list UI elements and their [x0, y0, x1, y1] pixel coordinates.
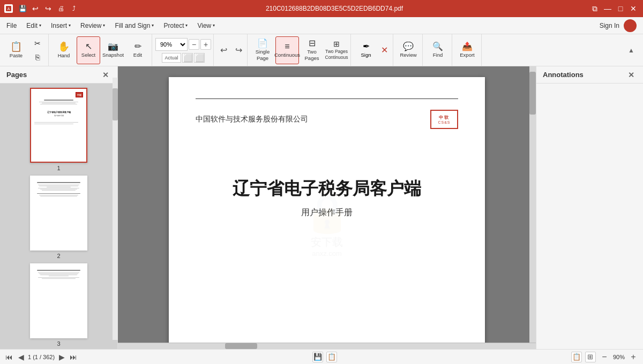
continuous-icon: ≡ — [285, 42, 289, 51]
protect-chevron: ▾ — [185, 23, 188, 28]
sign-in-button[interactable]: Sign In — [600, 22, 619, 29]
zoom-in-btn[interactable]: + — [628, 352, 639, 362]
toolbar-collapse-area: ▲ — [626, 45, 641, 56]
page-thumb-3[interactable]: 3 — [30, 263, 87, 347]
close-btn[interactable]: ✕ — [628, 3, 639, 14]
first-page-btn[interactable]: ⏮ — [4, 352, 14, 362]
properties-btn[interactable]: 📋 — [571, 352, 582, 362]
review-button[interactable]: 💬 Review — [397, 36, 420, 64]
toolbar-collapse-button[interactable]: ▲ — [626, 45, 637, 56]
undo-button[interactable]: ↩ — [216, 43, 231, 58]
sign-label: Sign — [361, 52, 371, 58]
view-group: 📄 SinglePage ≡ Continuous ⊟ TwoPages ⊞ T… — [249, 34, 351, 66]
watermark: 🔒 安下载 anxz.com — [304, 191, 350, 257]
window-controls-right: ⧉ — □ ✕ — [589, 3, 639, 14]
pages-panel-title: Pages — [6, 71, 27, 79]
share-btn[interactable]: ⤴ — [69, 3, 79, 14]
sign-clear-button[interactable]: ✕ — [378, 36, 391, 64]
bottom-bar: ⏮ ◀ 1 (1 / 362) ▶ ⏭ 💾 📋 📋 ⊞ − 90% + — [0, 349, 643, 364]
page-thumb-1[interactable]: 中软 辽宁省电子税务局客户端 用户操作手册 — [30, 88, 87, 171]
pages-list: 中软 辽宁省电子税务局客户端 用户操作手册 — [0, 84, 117, 349]
zoom-group: 90% 50% 75% 100% 125% 150% 200% − + Actu… — [153, 34, 214, 66]
menu-view[interactable]: View ▾ — [193, 20, 219, 32]
menu-edit[interactable]: Edit ▾ — [22, 20, 46, 32]
snapshot-button[interactable]: 📷 Snapshot — [101, 36, 125, 64]
two-pages-cont-button[interactable]: ⊞ Two PagesContinuous — [325, 36, 348, 64]
actual-size-button[interactable]: Actual — [162, 53, 181, 63]
pdf-logo-bottom: CS&S — [438, 120, 450, 124]
edit-button[interactable]: ✏ Edit — [126, 36, 149, 64]
save-btn[interactable]: 💾 — [17, 3, 28, 14]
minimize-btn[interactable]: — — [602, 3, 613, 14]
next-page-btn[interactable]: ▶ — [57, 352, 66, 362]
zoom-select[interactable]: 90% 50% 75% 100% 125% 150% 200% — [155, 38, 188, 51]
pages-panel-header: Pages ✕ — [0, 66, 117, 84]
zoom-input-row: 90% 50% 75% 100% 125% 150% 200% − + — [155, 38, 211, 51]
svg-text:A: A — [8, 7, 10, 11]
menu-protect[interactable]: Protect ▾ — [159, 20, 192, 32]
pdf-company-name: 中国软件与技术服务股份有限公司 — [196, 115, 308, 124]
pdf-v-scrollbar-thumb — [529, 72, 536, 115]
continuous-button[interactable]: ≡ Continuous — [275, 36, 299, 64]
export-button[interactable]: 📤 Export — [455, 36, 479, 64]
pdf-logo-top: 中软 — [439, 115, 450, 120]
undo-title-btn[interactable]: ↩ — [30, 3, 41, 14]
pdf-h-scrollbar-thumb — [225, 343, 257, 349]
annotations-panel-close[interactable]: ✕ — [626, 70, 637, 80]
fit-page-right-btn[interactable]: ⬜ — [194, 53, 205, 63]
annotations-panel-header: Annotations ✕ — [536, 66, 643, 84]
last-page-btn[interactable]: ⏭ — [69, 352, 78, 362]
fit-page-left-btn[interactable]: ⬜ — [182, 53, 193, 63]
hand-icon: ✋ — [58, 42, 70, 51]
export-group: 📤 Export — [453, 34, 482, 66]
paste-button[interactable]: 📋 Paste — [4, 36, 28, 64]
watermark-url: anxz.com — [312, 249, 342, 257]
export-label: Export — [460, 52, 474, 58]
prev-page-btn[interactable]: ◀ — [16, 352, 26, 362]
layout-btn[interactable]: ⊞ — [585, 352, 596, 362]
menu-bar: File Edit ▾ Insert ▾ Review ▾ Fill and S… — [0, 17, 643, 34]
continuous-label: Continuous — [274, 52, 300, 58]
hand-label: Hand — [58, 52, 70, 58]
redo-title-btn[interactable]: ↪ — [43, 3, 54, 14]
menu-insert[interactable]: Insert ▾ — [47, 20, 75, 32]
copy-icon: ⎘ — [35, 53, 40, 62]
page-number-3: 3 — [57, 340, 60, 347]
cut-button[interactable]: ✂ — [29, 37, 46, 50]
page-info: 1 (1 / 362) — [28, 354, 55, 360]
pdf-v-scrollbar[interactable] — [529, 66, 536, 343]
zoom-out-toolbar[interactable]: − — [189, 39, 199, 50]
pages-panel-close[interactable]: ✕ — [100, 70, 111, 80]
restore-btn[interactable]: ⧉ — [589, 3, 600, 14]
select-icon: ↖ — [85, 42, 92, 51]
zoom-in-toolbar[interactable]: + — [200, 39, 211, 50]
print-btn[interactable]: 🖨 — [56, 3, 66, 14]
menu-fill-sign[interactable]: Fill and Sign ▾ — [110, 20, 158, 32]
save-file-btn[interactable]: 💾 — [312, 352, 323, 362]
select-button[interactable]: ↖ Select — [77, 36, 100, 64]
two-pages-button[interactable]: ⊟ TwoPages — [300, 36, 324, 64]
edit-label: Edit — [133, 52, 142, 58]
sign-icon: ✒ — [363, 42, 370, 51]
single-page-button[interactable]: 📄 SinglePage — [251, 36, 274, 64]
find-button[interactable]: 🔍 Find — [426, 36, 450, 64]
save-copy-btn[interactable]: 📋 — [326, 352, 337, 362]
pdf-h-scrollbar[interactable] — [118, 343, 536, 349]
sign-button[interactable]: ✒ Sign — [354, 36, 378, 64]
menu-file[interactable]: File — [2, 20, 21, 32]
paste-icon: 📋 — [10, 42, 22, 51]
user-avatar — [624, 19, 637, 32]
paste-label: Paste — [10, 52, 23, 58]
menu-review[interactable]: Review ▾ — [76, 20, 109, 32]
zoom-out-btn[interactable]: − — [599, 352, 610, 362]
find-icon: 🔍 — [432, 42, 443, 51]
pages-scrollbar[interactable] — [113, 78, 118, 340]
page-thumb-2[interactable]: 2 — [30, 176, 87, 259]
maximize-btn[interactable]: □ — [615, 3, 626, 14]
hand-button[interactable]: ✋ Hand — [52, 36, 76, 64]
bottom-right: 📋 ⊞ − 90% + — [571, 352, 639, 362]
redo-button[interactable]: ↪ — [231, 43, 246, 58]
review-chevron: ▾ — [103, 23, 105, 28]
copy-button[interactable]: ⎘ — [29, 51, 46, 64]
zoom-fit-row: Actual ⬜ ⬜ — [162, 53, 205, 63]
